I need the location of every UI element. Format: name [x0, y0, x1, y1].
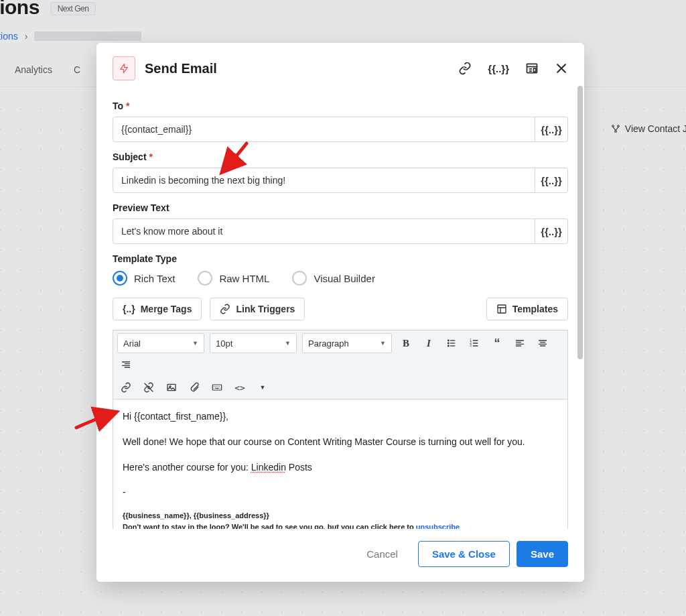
merge-tags-button[interactable]: {..} Merge Tags: [113, 298, 202, 320]
svg-point-8: [448, 343, 450, 344]
view-contact-journey-link[interactable]: View Contact Journ: [610, 123, 686, 134]
link-button[interactable]: [117, 379, 135, 396]
subject-input[interactable]: [113, 168, 535, 193]
breadcrumb-current-placeholder: [34, 32, 141, 41]
preview-input-row: {{..}}: [113, 219, 568, 244]
footer-line-2-prefix: Don't want to stay in the loop? We'll be…: [123, 523, 416, 529]
radio-rich-text[interactable]: Rich Text: [113, 271, 175, 286]
preview-merge-tag-button[interactable]: {{..}}: [535, 219, 568, 244]
svg-point-7: [448, 340, 450, 341]
email-footer: {{business_name}}, {{business_address}} …: [123, 510, 558, 529]
to-merge-tag-button[interactable]: {{..}}: [535, 117, 568, 142]
email-line-2: Well done! We hope that our course on Co…: [123, 434, 558, 450]
newspaper-icon[interactable]: [525, 62, 539, 75]
next-gen-badge: Next Gen: [50, 2, 96, 15]
templates-button[interactable]: Templates: [486, 298, 568, 320]
merge-tag-glyph: {..}: [123, 304, 135, 314]
attachment-button[interactable]: [186, 379, 203, 396]
bullet-list-button[interactable]: [443, 334, 460, 352]
modal-header: Send Email {{..}}: [96, 43, 584, 87]
page-title: tomations Next Gen: [0, 0, 96, 19]
more-tools-caret[interactable]: ▼: [254, 379, 271, 396]
to-input-row: {{..}}: [113, 117, 568, 142]
svg-marker-3: [121, 64, 128, 72]
font-size-value: 10pt: [216, 338, 232, 349]
code-view-button[interactable]: <>: [231, 379, 249, 396]
email-line-3: Here's another course for you: Linkedin …: [123, 460, 558, 476]
templates-icon: [496, 304, 507, 314]
breadcrumb-link[interactable]: omations: [0, 31, 18, 42]
subject-label: Subject*: [113, 151, 568, 162]
header-merge-tag-icon[interactable]: {{..}}: [488, 63, 509, 74]
radio-unchecked-icon: [292, 271, 307, 286]
cancel-button[interactable]: Cancel: [353, 542, 411, 566]
caret-down-icon: ▼: [285, 340, 291, 347]
link-triggers-button[interactable]: Link Triggers: [210, 298, 305, 320]
font-family-select[interactable]: Arial▼: [117, 333, 204, 353]
subject-label-text: Subject: [113, 151, 147, 162]
link-triggers-label: Link Triggers: [236, 304, 295, 314]
save-and-close-button[interactable]: Save & Close: [418, 541, 510, 567]
unsubscribe-link[interactable]: unsubscribe: [416, 523, 460, 529]
to-input[interactable]: [113, 117, 535, 142]
chevron-right-icon: ›: [25, 31, 28, 42]
template-type-label: Template Type: [113, 253, 568, 264]
svg-point-2: [615, 131, 617, 133]
image-button[interactable]: [163, 379, 180, 396]
radio-unchecked-icon: [198, 271, 212, 286]
tab-other[interactable]: C: [72, 60, 82, 86]
email-line-3-suffix: Posts: [286, 462, 312, 473]
radio-raw-html[interactable]: Raw HTML: [198, 271, 269, 286]
templates-label: Templates: [512, 304, 558, 314]
align-right-button[interactable]: [117, 356, 135, 373]
footer-line-1: {{business_name}}, {{business_address}}: [123, 510, 558, 521]
template-type-radios: Rich Text Raw HTML Visual Builder: [113, 271, 568, 286]
radio-checked-icon: [113, 271, 127, 286]
link-icon[interactable]: [458, 62, 472, 75]
svg-point-0: [612, 125, 614, 127]
svg-rect-15: [212, 385, 221, 390]
subject-input-row: {{..}}: [113, 168, 568, 193]
utility-button-row: {..} Merge Tags Link Triggers Templates: [113, 298, 568, 320]
close-icon[interactable]: [555, 62, 568, 75]
breadcrumb[interactable]: omations ›: [0, 31, 141, 42]
svg-rect-6: [498, 305, 506, 313]
scrollbar-thumb[interactable]: [577, 86, 583, 359]
svg-point-1: [618, 125, 620, 127]
subject-merge-tag-button[interactable]: {{..}}: [535, 168, 568, 193]
modal-footer: Cancel Save & Close Save: [96, 529, 584, 582]
editor-body[interactable]: Hi {{contact_first_name}}, Well done! We…: [113, 399, 568, 529]
italic-button[interactable]: I: [420, 334, 437, 352]
block-format-value: Paragraph: [308, 338, 349, 349]
required-star: *: [149, 151, 153, 162]
align-left-button[interactable]: [511, 334, 529, 352]
font-size-select[interactable]: 10pt▼: [210, 333, 297, 353]
radio-visual-builder[interactable]: Visual Builder: [292, 271, 374, 286]
email-line-3-prefix: Here's another course for you:: [123, 462, 251, 473]
font-family-value: Arial: [123, 338, 141, 349]
view-contact-journey-text: View Contact Journ: [625, 123, 686, 134]
footer-line-2: Don't want to stay in the loop? We'll be…: [123, 521, 558, 529]
keyboard-button[interactable]: [208, 379, 226, 396]
email-greeting: Hi {{contact_first_name}},: [123, 409, 558, 425]
number-list-button[interactable]: 123: [466, 334, 483, 352]
preview-input[interactable]: [113, 219, 535, 244]
bold-button[interactable]: B: [397, 334, 415, 352]
radio-rich-text-label: Rich Text: [134, 273, 175, 284]
block-format-select[interactable]: Paragraph▼: [302, 333, 392, 353]
svg-text:3: 3: [470, 344, 472, 347]
required-star: *: [126, 101, 129, 111]
scrollbar[interactable]: [577, 86, 584, 542]
to-label: To*: [113, 101, 568, 111]
modal-title: Send Email: [145, 61, 449, 76]
save-button[interactable]: Save: [517, 541, 568, 567]
unlink-button[interactable]: [140, 379, 157, 396]
radio-raw-html-label: Raw HTML: [219, 273, 269, 284]
radio-visual-builder-label: Visual Builder: [314, 273, 374, 284]
merge-tags-label: Merge Tags: [141, 304, 192, 314]
tab-analytics[interactable]: Analytics: [13, 60, 54, 86]
editor-toolbar: Arial▼ 10pt▼ Paragraph▼ B I 123 “: [113, 330, 568, 399]
svg-rect-5: [534, 68, 536, 72]
blockquote-button[interactable]: “: [488, 334, 506, 352]
align-center-button[interactable]: [534, 334, 551, 352]
